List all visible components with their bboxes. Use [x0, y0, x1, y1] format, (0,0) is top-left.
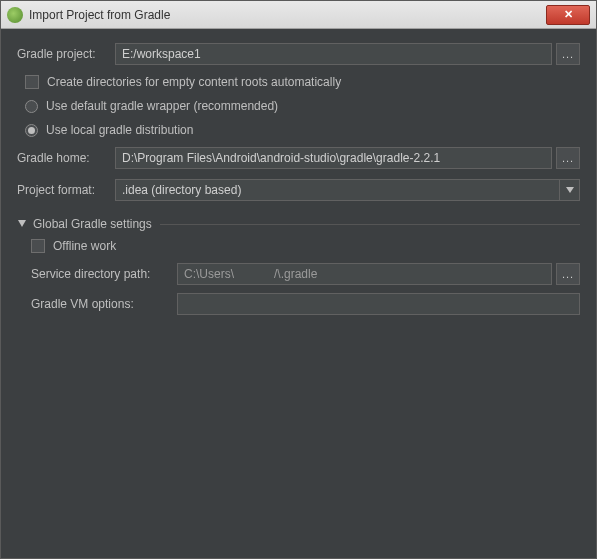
use-default-wrapper-radio[interactable]	[25, 100, 38, 113]
window-title: Import Project from Gradle	[29, 8, 546, 22]
vm-options-row: Gradle VM options:	[31, 293, 580, 315]
use-local-dist-radio[interactable]	[25, 124, 38, 137]
chevron-down-icon	[559, 180, 579, 200]
project-format-label: Project format:	[17, 183, 115, 197]
dialog-content: Gradle project: ... Create directories f…	[1, 29, 596, 337]
project-format-value: .idea (directory based)	[116, 180, 559, 200]
use-default-wrapper-row[interactable]: Use default gradle wrapper (recommended)	[25, 99, 580, 113]
use-local-dist-label: Use local gradle distribution	[46, 123, 193, 137]
gradle-home-browse-button[interactable]: ...	[556, 147, 580, 169]
gradle-project-label: Gradle project:	[17, 47, 115, 61]
project-format-select[interactable]: .idea (directory based)	[115, 179, 580, 201]
gradle-project-browse-button[interactable]: ...	[556, 43, 580, 65]
gradle-home-label: Gradle home:	[17, 151, 115, 165]
service-dir-label: Service directory path:	[31, 267, 177, 281]
service-dir-row: Service directory path: ...	[31, 263, 580, 285]
gradle-project-input[interactable]	[115, 43, 552, 65]
app-icon	[7, 7, 23, 23]
create-dirs-checkbox[interactable]	[25, 75, 39, 89]
global-settings-body: Offline work Service directory path: ...…	[31, 239, 580, 315]
offline-work-row[interactable]: Offline work	[31, 239, 580, 253]
global-settings-header[interactable]: Global Gradle settings	[17, 217, 580, 231]
create-dirs-row[interactable]: Create directories for empty content roo…	[25, 75, 580, 89]
gradle-home-row: Gradle home: ...	[17, 147, 580, 169]
section-divider	[160, 224, 580, 225]
project-format-row: Project format: .idea (directory based)	[17, 179, 580, 201]
offline-work-checkbox[interactable]	[31, 239, 45, 253]
service-dir-browse-button[interactable]: ...	[556, 263, 580, 285]
offline-work-label: Offline work	[53, 239, 116, 253]
close-button[interactable]: ✕	[546, 5, 590, 25]
global-settings-label: Global Gradle settings	[33, 217, 152, 231]
close-icon: ✕	[564, 8, 573, 21]
gradle-home-input[interactable]	[115, 147, 552, 169]
titlebar: Import Project from Gradle ✕	[1, 1, 596, 29]
vm-options-label: Gradle VM options:	[31, 297, 177, 311]
use-default-wrapper-label: Use default gradle wrapper (recommended)	[46, 99, 278, 113]
service-dir-input[interactable]	[177, 263, 552, 285]
use-local-dist-row[interactable]: Use local gradle distribution	[25, 123, 580, 137]
gradle-project-row: Gradle project: ...	[17, 43, 580, 65]
create-dirs-label: Create directories for empty content roo…	[47, 75, 341, 89]
dialog-window: Import Project from Gradle ✕ Gradle proj…	[0, 0, 597, 559]
disclosure-triangle-icon	[17, 219, 27, 229]
vm-options-input[interactable]	[177, 293, 580, 315]
